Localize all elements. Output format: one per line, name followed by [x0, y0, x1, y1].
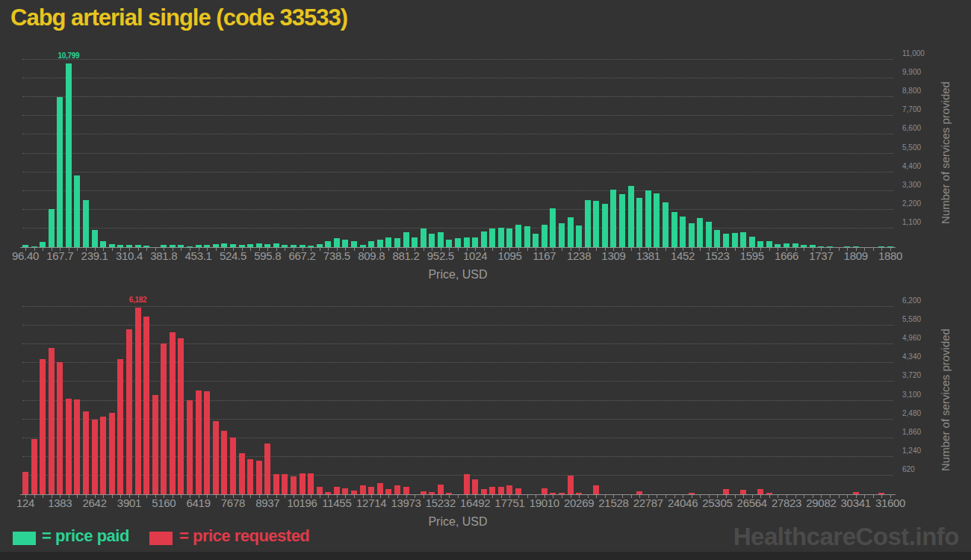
histogram-bar: [628, 186, 634, 247]
histogram-bar: [472, 237, 478, 247]
histogram-bar: [515, 225, 521, 247]
histogram-bar: [196, 391, 202, 494]
axis-tick: [285, 248, 285, 251]
x-axis-tick-label: 524.5: [220, 249, 246, 262]
histogram-bar: [213, 421, 219, 494]
histogram-bar: [766, 241, 772, 247]
axis-tick: [666, 248, 666, 251]
peak-value-label: 10,799: [58, 52, 79, 60]
histogram-bar: [385, 237, 391, 247]
axis-tick: [354, 495, 355, 498]
axis-tick: [388, 248, 389, 251]
histogram-bar: [40, 359, 46, 494]
histogram-bar: [429, 234, 435, 247]
x-axis-tick-label: 20269: [564, 497, 594, 509]
x-axis-tick-label: 17751: [494, 497, 524, 509]
histogram-bar: [533, 234, 539, 247]
histogram-bar: [83, 411, 89, 494]
gridline: [22, 381, 893, 382]
histogram-bar: [360, 485, 366, 494]
histogram-bar: [489, 487, 495, 494]
axis-tick: [181, 495, 182, 498]
x-axis-tick-label: 16492: [460, 497, 490, 509]
axis-tick: [527, 495, 528, 498]
axis-tick: [216, 495, 217, 498]
histogram-bar: [403, 232, 409, 247]
histogram-bar: [100, 241, 106, 247]
axis-tick: [735, 495, 736, 498]
x-axis-tick-label: 1167: [533, 249, 556, 262]
x-axis-tick-label: 1880: [878, 249, 902, 262]
axis-tick: [769, 248, 770, 251]
histogram-bar: [264, 444, 270, 494]
gridline: [22, 343, 893, 344]
histogram-bar: [230, 438, 236, 494]
histogram-bar: [300, 473, 305, 494]
axis-tick: [250, 495, 251, 498]
gridline: [22, 172, 893, 172]
histogram-bar: [498, 228, 504, 247]
x-axis-tick-label: 31600: [875, 497, 905, 509]
axis-tick: [354, 248, 355, 251]
x-axis-tick-label: 30341: [841, 497, 871, 509]
histogram-bar: [689, 223, 695, 247]
histogram-bar: [610, 190, 616, 247]
axis-tick: [562, 495, 562, 498]
histogram-bar: [74, 175, 80, 247]
axis-tick: [112, 248, 113, 251]
histogram-bar: [749, 237, 755, 247]
x-axis-tick-label: 1452: [671, 249, 695, 262]
x-axis-tick-label: 2642: [83, 497, 107, 509]
x-axis-tick-label: 12714: [356, 497, 386, 509]
footer-strip: [0, 552, 971, 560]
x-axis-tick-label: 124: [16, 497, 34, 509]
x-axis-tick-label: 1381: [636, 249, 660, 262]
x-axis-tick-label: 15232: [426, 497, 456, 509]
axis-tick: [43, 248, 43, 251]
axis-tick: [458, 248, 459, 251]
x-axis-tick-label: 25305: [702, 497, 732, 509]
histogram-bar: [723, 489, 729, 494]
axis-tick: [873, 248, 874, 251]
page-title: Cabg arterial single (code 33533): [10, 4, 347, 31]
x-axis-tick-label: 310.4: [116, 249, 143, 262]
axis-tick: [492, 495, 493, 498]
gridline: [22, 59, 893, 60]
histogram-bar: [394, 485, 400, 494]
watermark-site-link[interactable]: HealthcareCost.info: [733, 523, 959, 551]
histogram-bar: [576, 225, 582, 247]
y-axis-title: Number of services provided: [939, 303, 955, 497]
axis-tick: [216, 248, 217, 251]
axis-tick: [388, 495, 389, 498]
histogram-bar: [498, 487, 504, 494]
histogram-bar: [568, 217, 574, 247]
price-requested-swatch: [149, 532, 173, 545]
histogram-bar: [282, 474, 288, 494]
x-axis-tick-label: 453.1: [185, 249, 212, 262]
x-axis-tick-label: 1024: [463, 249, 487, 262]
x-axis-tick-label: 667.2: [289, 249, 316, 262]
price-paid-histogram: 1,1002,2003,3004,4005,5006,6007,7008,800…: [22, 58, 893, 247]
histogram-bar: [100, 417, 106, 494]
x-axis-tick-label: 381.8: [150, 249, 177, 262]
axis-tick: [804, 495, 804, 498]
axis-tick: [250, 248, 251, 251]
y-axis-title: Number of services provided: [939, 56, 955, 250]
histogram-bar: [515, 488, 521, 494]
histogram-bar: [619, 194, 625, 247]
axis-tick: [631, 495, 632, 498]
x-axis-tick-label: 1595: [740, 249, 764, 262]
axis-tick: [839, 248, 840, 251]
x-axis-tick-label: 1809: [844, 249, 868, 262]
x-axis-tick-label: 8937: [255, 497, 279, 509]
x-axis-tick-label: 27823: [772, 497, 801, 509]
x-axis-tick-label: 26564: [737, 497, 767, 509]
x-axis-title: Price, USD: [428, 268, 487, 281]
gridline: [22, 228, 893, 228]
histogram-bar: [438, 485, 444, 494]
x-axis-tick-label: 13973: [391, 497, 421, 509]
histogram-bar: [22, 472, 28, 494]
histogram-bar: [152, 395, 158, 494]
histogram-bar: [385, 489, 391, 494]
x-axis-tick-label: 7678: [221, 497, 245, 509]
